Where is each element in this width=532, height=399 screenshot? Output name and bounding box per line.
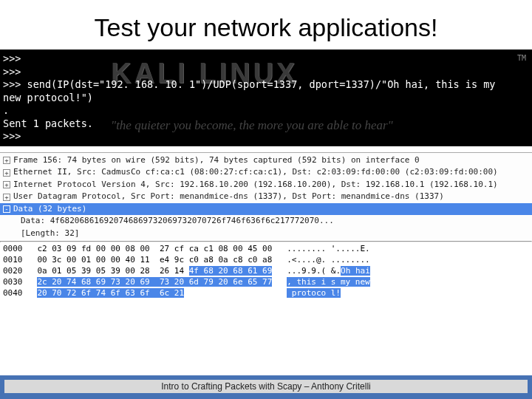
tree-label: User Datagram Protocol, Src Port: menand… <box>13 191 444 203</box>
tree-child-length[interactable]: [Length: 32] <box>0 228 532 240</box>
footer-text: Intro to Crafting Packets with Scapy – A… <box>4 380 528 393</box>
tree-label: Frame 156: 74 bytes on wire (592 bits), … <box>13 154 420 167</box>
tree-item-frame[interactable]: + Frame 156: 74 bytes on wire (592 bits)… <box>0 154 532 167</box>
prompt-line: >>> <box>3 52 526 66</box>
hex-row[interactable]: 0000 c2 03 09 fd 00 00 08 00 27 cf ca c1… <box>3 244 529 255</box>
expand-icon[interactable]: + <box>3 157 10 164</box>
packet-details-tree: + Frame 156: 74 bytes on wire (592 bits)… <box>0 153 532 242</box>
tree-label: Data (32 bytes) <box>13 203 86 216</box>
slide-title: Test your network applications! <box>0 0 532 50</box>
terminal-output: . <box>3 104 526 117</box>
wireshark-pane: + Frame 156: 74 bytes on wire (592 bits)… <box>0 152 532 301</box>
hex-row[interactable]: 0020 0a 01 05 39 05 39 00 28 26 14 4f 68… <box>3 266 529 277</box>
hex-row[interactable]: 0010 00 3c 00 01 00 00 40 11 e4 9c c0 a8… <box>3 255 529 266</box>
hex-row[interactable]: 0030 2c 20 74 68 69 73 20 69 73 20 6d 79… <box>3 277 529 288</box>
terminal-command: new protocol!") <box>3 92 526 105</box>
tree-label: Internet Protocol Version 4, Src: 192.16… <box>13 179 498 191</box>
expand-icon[interactable]: + <box>3 194 10 201</box>
hex-row[interactable]: 0040 20 70 72 6f 74 6f 63 6f 6c 21 proto… <box>3 288 529 299</box>
tree-label: Ethernet II, Src: CadmusCo cf:ca:c1 (08:… <box>13 166 498 179</box>
terminal-output: Sent 1 packets. <box>3 117 526 131</box>
prompt-line: >>> <box>3 66 526 79</box>
tree-label: [Length: 32] <box>21 228 79 240</box>
slide-footer: Intro to Crafting Packets with Scapy – A… <box>0 375 532 399</box>
terminal-pane: KALI LINUX TM "the quieter you become, t… <box>0 50 532 146</box>
tree-label: Data: 4f68206861692074686973206973207072… <box>21 215 334 228</box>
tree-item-udp[interactable]: + User Datagram Protocol, Src Port: mena… <box>0 191 532 203</box>
expand-icon[interactable]: + <box>3 181 10 188</box>
expand-icon[interactable]: + <box>3 169 10 177</box>
prompt-line: >>> <box>3 130 526 143</box>
tree-item-ethernet[interactable]: + Ethernet II, Src: CadmusCo cf:ca:c1 (0… <box>0 166 532 179</box>
hex-dump-pane: 0000 c2 03 09 fd 00 00 08 00 27 cf ca c1… <box>0 242 532 300</box>
terminal-command: >>> send(IP(dst="192. 168. 10. 1")/UDP(s… <box>3 78 526 92</box>
tree-child-data[interactable]: Data: 4f68206861692074686973206973207072… <box>0 215 532 228</box>
tree-item-data[interactable]: - Data (32 bytes) <box>0 203 532 216</box>
tree-item-ip[interactable]: + Internet Protocol Version 4, Src: 192.… <box>0 179 532 191</box>
collapse-icon[interactable]: - <box>3 205 10 213</box>
